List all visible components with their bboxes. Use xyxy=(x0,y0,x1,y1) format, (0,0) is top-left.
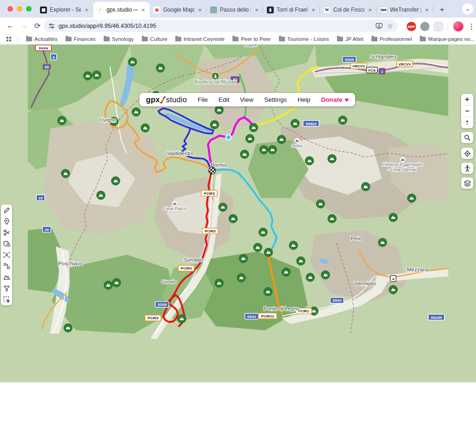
peak-cluster-marker[interactable] xyxy=(97,191,106,200)
select-area-icon[interactable] xyxy=(3,296,10,303)
peak-cluster-marker[interactable] xyxy=(306,273,315,282)
menu-item-settings[interactable]: Settings xyxy=(264,96,287,103)
menu-item-help[interactable]: Help xyxy=(298,96,311,103)
map-canvas[interactable]: Innra66527SS38VRCVVVCA2VRCVVSS6222929PCI… xyxy=(0,45,476,382)
browser-tab-2[interactable]: ⁄gpx.studio — a× xyxy=(93,2,150,18)
tab-close-icon[interactable]: × xyxy=(367,7,373,13)
peak-cluster-marker[interactable] xyxy=(237,273,246,282)
zoom-out-button[interactable]: − xyxy=(461,105,473,117)
zoom-in-button[interactable]: + xyxy=(461,94,473,105)
site-settings-icon[interactable] xyxy=(48,23,55,29)
scissors-icon[interactable] xyxy=(3,229,10,236)
address-bar[interactable]: gpx.studio/app#9.95/46.4305/10.4195 ☆ xyxy=(44,20,398,32)
bookmark-folder-5[interactable]: Intranet Ceyreste xyxy=(175,36,225,42)
waypoint-pin-icon[interactable] xyxy=(3,218,10,225)
tab-close-icon[interactable]: × xyxy=(84,7,89,13)
peak-cluster-marker[interactable] xyxy=(277,135,286,144)
bookmark-folder-7[interactable]: Tourisme - Loisirs xyxy=(279,36,329,42)
peak-cluster-marker[interactable] xyxy=(259,145,268,154)
peak-cluster-marker[interactable] xyxy=(282,268,291,277)
peak-cluster-marker[interactable] xyxy=(268,145,277,154)
back-button[interactable]: ← xyxy=(7,21,14,30)
menu-item-edit[interactable]: Edit xyxy=(218,96,229,103)
menu-item-file[interactable]: File xyxy=(198,96,208,103)
bookmark-folder-1[interactable]: Actualités xyxy=(26,36,58,42)
peak-cluster-marker[interactable] xyxy=(253,243,262,252)
peak-cluster-marker[interactable] xyxy=(112,278,121,287)
bookmark-folder-3[interactable]: Synology xyxy=(104,36,134,42)
peak-cluster-marker[interactable] xyxy=(229,214,238,223)
url-text[interactable]: gpx.studio/app#9.95/46.4305/10.4195 xyxy=(59,23,371,29)
browser-tab-6[interactable]: WCol de Foscag× xyxy=(320,2,377,18)
peak-cluster-marker[interactable] xyxy=(58,116,66,125)
reload-button[interactable]: ⟳ xyxy=(34,21,40,30)
bookmark-folder-8[interactable]: JP Altet xyxy=(337,36,364,42)
peak-cluster-marker[interactable] xyxy=(215,279,224,288)
peak-cluster-marker[interactable] xyxy=(289,241,298,250)
peak-cluster-marker[interactable] xyxy=(104,281,113,290)
tab-close-icon[interactable]: × xyxy=(140,7,146,13)
peak-cluster-marker[interactable] xyxy=(215,105,224,114)
gpx-studio-logo[interactable]: gpx studio xyxy=(146,95,187,104)
scan-person-icon[interactable] xyxy=(3,251,10,258)
browser-tab-3[interactable]: ◉Google Maps× xyxy=(150,2,206,18)
extensions-puzzle-icon[interactable] xyxy=(434,22,443,31)
streetview-person-icon[interactable] xyxy=(461,163,473,174)
new-tab-button[interactable]: + xyxy=(436,4,448,16)
peak-cluster-marker[interactable] xyxy=(291,119,299,128)
minimize-window-button[interactable] xyxy=(17,6,22,12)
peak-cluster-marker[interactable] xyxy=(249,123,258,132)
peak-cluster-marker[interactable] xyxy=(297,257,305,265)
elevation-mountain-icon[interactable] xyxy=(3,274,10,281)
window-controls[interactable] xyxy=(7,6,32,12)
bookmark-folder-9[interactable]: Professionnel xyxy=(371,36,412,42)
extension-icon[interactable] xyxy=(420,22,430,31)
donate-button[interactable]: Donate♥ xyxy=(321,96,349,104)
tab-close-icon[interactable]: × xyxy=(424,7,430,13)
peak-cluster-marker[interactable] xyxy=(321,270,330,279)
peak-cluster-marker[interactable] xyxy=(389,285,398,294)
peak-cluster-marker[interactable] xyxy=(264,287,272,296)
peak-cluster-marker[interactable] xyxy=(361,182,370,191)
peak-cluster-marker[interactable] xyxy=(218,203,227,211)
bookmark-star-icon[interactable]: ☆ xyxy=(387,22,393,30)
peak-cluster-marker[interactable] xyxy=(259,228,268,237)
compass-button[interactable]: ▲▼ xyxy=(461,117,473,128)
peak-cluster-marker[interactable] xyxy=(83,72,92,80)
bookmark-folder-6[interactable]: Peer to Peer xyxy=(232,36,271,42)
peak-cluster-marker[interactable] xyxy=(141,124,150,132)
bookmark-folder-10[interactable]: Marque-pages no... xyxy=(420,36,475,42)
peak-cluster-marker[interactable] xyxy=(112,177,120,185)
peak-cluster-marker[interactable] xyxy=(93,71,101,79)
browser-tab-5[interactable]: ▮Torri di Fraele× xyxy=(263,2,320,18)
geolocate-icon[interactable] xyxy=(461,148,473,159)
peak-cluster-marker[interactable] xyxy=(64,323,73,332)
peak-cluster-marker[interactable] xyxy=(378,238,387,247)
search-icon[interactable] xyxy=(461,132,473,143)
browser-tab-1[interactable]: ▦Explorer - Se× xyxy=(36,2,93,18)
peak-cluster-marker[interactable] xyxy=(245,134,254,143)
peak-cluster-marker[interactable] xyxy=(128,58,137,66)
layers-icon[interactable] xyxy=(461,178,473,189)
forward-button[interactable]: → xyxy=(20,21,28,30)
peak-cluster-marker[interactable] xyxy=(328,154,337,163)
adblock-extension-icon[interactable]: ABP xyxy=(407,22,416,31)
peak-cluster-marker[interactable] xyxy=(389,213,398,222)
tab-close-icon[interactable]: × xyxy=(254,7,259,13)
close-window-button[interactable] xyxy=(7,6,13,12)
peak-cluster-marker[interactable] xyxy=(328,214,337,223)
peak-cluster-marker[interactable] xyxy=(305,157,314,165)
profile-avatar[interactable] xyxy=(453,21,464,32)
bookmark-folder-2[interactable]: Finances xyxy=(66,36,96,42)
browser-tab-4[interactable]: Passo dello St× xyxy=(206,2,263,18)
apps-grid-icon[interactable] xyxy=(7,37,11,41)
peak-cluster-marker[interactable] xyxy=(210,120,219,129)
tab-close-icon[interactable]: × xyxy=(311,7,316,13)
peak-cluster-marker[interactable] xyxy=(316,199,325,208)
calendar-clock-icon[interactable] xyxy=(3,240,10,247)
browser-menu-icon[interactable]: ⋮ xyxy=(468,22,475,31)
start-finish-checkered-marker[interactable] xyxy=(209,167,216,174)
peak-cluster-marker[interactable] xyxy=(132,108,141,117)
menu-item-view[interactable]: View xyxy=(240,96,253,103)
browser-tab-7[interactable]: weWeTransfer | S× xyxy=(377,2,433,18)
